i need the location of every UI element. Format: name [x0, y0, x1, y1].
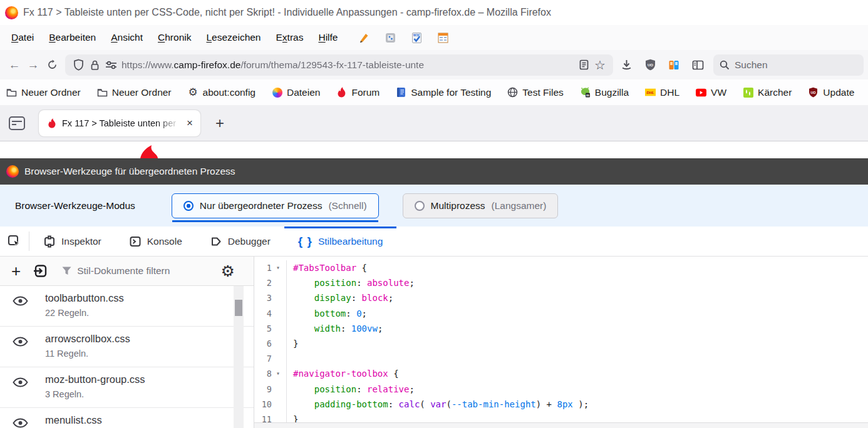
fold-toggle-icon[interactable]: ▾ [272, 366, 284, 381]
menu-lesezeichen[interactable]: Lesezeichen [200, 29, 267, 46]
stylesheet-item[interactable]: toolbarbutton.css 22 Regeln. [0, 286, 254, 327]
tab-konsole[interactable]: Konsole [115, 227, 196, 256]
bookmark-bugzilla[interactable]: m Bugzilla [580, 87, 629, 98]
filter-stylesheets-input[interactable] [77, 265, 196, 277]
code-text[interactable]: position: relative; [287, 382, 415, 397]
code-text[interactable]: width: 100vw; [287, 321, 383, 336]
menu-chronik[interactable]: Chronik [152, 29, 197, 46]
filter-field[interactable] [62, 265, 220, 277]
download-button[interactable] [617, 56, 636, 74]
bookmark-test-files[interactable]: Test Files [507, 87, 563, 98]
code-text[interactable]: #TabsToolbar { [287, 260, 367, 275]
code-line: 3 display: block; [254, 290, 868, 305]
bookmark-kaercher[interactable]: Kärcher [743, 87, 792, 98]
menu-datei[interactable]: Datei [5, 29, 40, 46]
node-picker-button[interactable] [0, 227, 29, 256]
active-tab[interactable]: Fx 117 > Tableiste unten per × [39, 110, 200, 136]
tab-close-button[interactable]: × [184, 116, 195, 131]
table-layout-icon[interactable] [437, 31, 449, 44]
tracking-shield-icon[interactable] [70, 57, 86, 73]
bookmark-forum[interactable]: Forum [336, 87, 380, 98]
menu-extras[interactable]: Extras [270, 29, 310, 46]
lock-icon[interactable] [86, 57, 103, 73]
import-stylesheet-button[interactable] [33, 263, 48, 278]
line-number: 5 [254, 321, 272, 336]
sidebar-scrollbar[interactable] [234, 286, 244, 428]
visibility-eye-icon[interactable] [13, 377, 28, 387]
options-gear-icon[interactable]: ⚙ [221, 263, 235, 279]
bookmark-dateien[interactable]: Dateien [272, 87, 320, 98]
search-bar[interactable] [713, 54, 864, 76]
search-input[interactable] [735, 59, 829, 71]
stylesheet-item[interactable]: arrowscrollbox.css 11 Regeln. [0, 327, 254, 367]
code-text[interactable]: padding-bottom: calc( var(--tab-min-heig… [287, 397, 589, 412]
bookmark-folder-neuer-ordner[interactable]: Neuer Ordner [6, 87, 81, 98]
css-source-editor[interactable]: 1▾#TabsToolbar {2 position: absolute;3 d… [254, 257, 868, 428]
code-text[interactable]: position: absolute; [287, 275, 415, 290]
mode-option-parent-process[interactable]: Nur übergeordneter Prozess (Schnell) [172, 193, 379, 218]
menu-ansicht[interactable]: Ansicht [105, 29, 149, 46]
fold-toggle-icon[interactable]: ▾ [272, 260, 284, 275]
tab-stilbearbeitung[interactable]: { } Stilbearbeitung [284, 227, 397, 256]
token-pln: ( [420, 399, 430, 409]
firefox-view-button[interactable] [9, 116, 25, 130]
code-line: 7 [254, 351, 868, 366]
menu-hilfe[interactable]: Hilfe [312, 29, 344, 46]
new-tab-button[interactable]: + [210, 115, 229, 132]
window-titlebar: Fx 117 > Tableiste unten per CSS-Code, n… [0, 0, 868, 25]
bookmark-dhl[interactable]: DHL DHL [645, 87, 679, 98]
reload-button[interactable] [43, 56, 61, 74]
radio-unselected-icon[interactable] [415, 201, 425, 211]
tab-debugger[interactable]: Debugger [196, 227, 284, 256]
visibility-eye-icon[interactable] [13, 296, 28, 306]
radio-selected-icon[interactable] [183, 201, 194, 211]
bookmark-label: Kärcher [758, 87, 792, 98]
sidebar-toggle-button[interactable] [688, 56, 707, 74]
url-text[interactable]: https://www.camp-firefox.de/forum/thema/… [121, 59, 576, 71]
code-text[interactable]: display: block; [287, 290, 393, 305]
new-stylesheet-button[interactable]: + [8, 262, 24, 281]
w3c-validator-icon[interactable]: W3C [410, 31, 423, 44]
line-gutter: 10 [254, 397, 287, 412]
code-text[interactable]: } [287, 412, 298, 422]
code-area[interactable]: 1▾#TabsToolbar {2 position: absolute;3 d… [254, 257, 868, 422]
bookmark-folder-neuer-ordner-2[interactable]: Neuer Ordner [97, 87, 172, 98]
forward-button[interactable]: → [24, 56, 43, 74]
mode-option-multiprocess[interactable]: Multiprozess (Langsamer) [403, 193, 559, 218]
line-number: 4 [254, 306, 272, 321]
line-gutter: 8▾ [254, 366, 287, 381]
code-text[interactable]: #navigator-toolbox { [287, 366, 399, 381]
devtab-label: Stilbearbeitung [318, 236, 383, 247]
reader-mode-icon[interactable] [576, 57, 592, 73]
visibility-eye-icon[interactable] [13, 418, 28, 428]
tab-inspektor[interactable]: Inspektor [29, 227, 115, 256]
web-developer-toolbar-icon[interactable] [384, 31, 396, 44]
back-button[interactable]: ← [5, 56, 24, 74]
token-prop: bottom [314, 308, 346, 318]
code-text[interactable] [287, 351, 293, 366]
stylesheet-item[interactable]: moz-button-group.css 3 Regeln. [0, 367, 254, 408]
bookmark-sample-for-testing[interactable]: Sample for Testing [396, 87, 491, 98]
bookmark-update[interactable]: UO Update [808, 87, 854, 98]
scrollbar-thumb[interactable] [235, 300, 242, 316]
bugzilla-icon: m [580, 87, 591, 98]
bookmark-vw[interactable]: VW [696, 87, 726, 98]
code-text[interactable]: } [287, 336, 298, 351]
code-line: 6} [254, 336, 868, 351]
ublock-origin-button[interactable]: UO [641, 56, 659, 74]
bookmark-label: Update [823, 87, 854, 98]
gear-glyph: ⚙ [221, 262, 235, 280]
bookmark-about-config[interactable]: ⚙ about:config [188, 87, 256, 98]
stylesheet-item[interactable]: menulist.css [0, 408, 254, 428]
permissions-icon[interactable] [103, 57, 119, 73]
token-fn: calc [399, 399, 420, 409]
url-bar[interactable]: https://www.camp-firefox.de/forum/thema/… [65, 54, 613, 76]
line-number: 8 [254, 366, 272, 381]
code-text[interactable]: bottom: 0; [287, 306, 367, 321]
extension-button[interactable] [664, 56, 683, 74]
menu-bearbeiten[interactable]: Bearbeiten [43, 29, 102, 46]
pencil-edit-icon[interactable] [358, 31, 370, 44]
svg-text:UO: UO [648, 63, 653, 67]
visibility-eye-icon[interactable] [13, 337, 28, 347]
bookmark-star-icon[interactable]: ☆ [592, 57, 608, 73]
